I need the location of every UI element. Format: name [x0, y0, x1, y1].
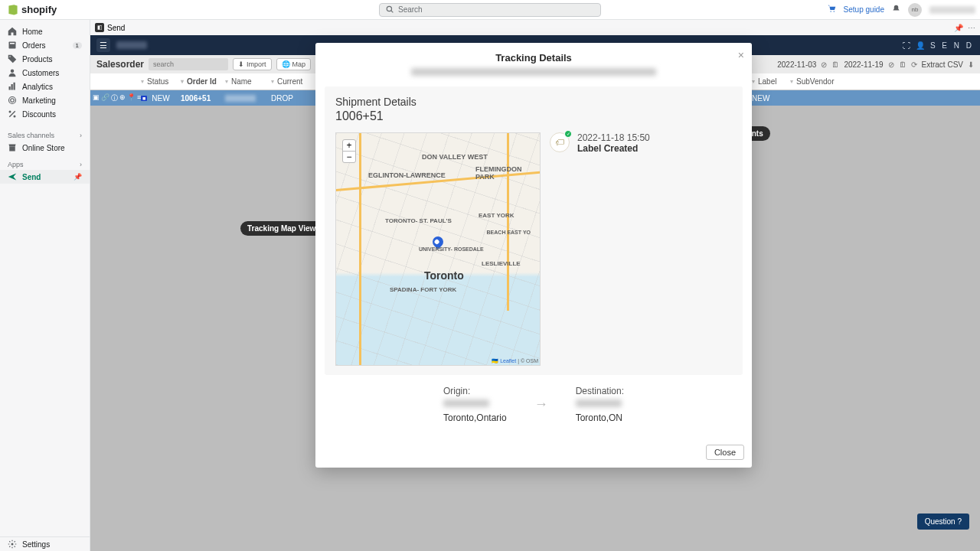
- sidebar-item-orders[interactable]: Orders1: [0, 38, 90, 52]
- store-name[interactable]: [929, 6, 975, 14]
- svg-rect-4: [9, 42, 16, 49]
- sidebar-item-home[interactable]: Home: [0, 24, 90, 38]
- sidebar-item-label: Online Store: [22, 144, 65, 152]
- sidebar-item-marketing[interactable]: Marketing: [0, 93, 90, 107]
- sidebar-section-apps: Apps›: [0, 155, 90, 170]
- svg-point-17: [11, 543, 14, 546]
- target-icon: [8, 96, 17, 105]
- global-search[interactable]: Search: [379, 3, 601, 17]
- tracking-map[interactable]: +− Toronto DON VALLEY WEST EGLINTON-LAWR…: [335, 132, 541, 366]
- check-icon: [564, 130, 572, 138]
- tag-icon: [8, 54, 17, 64]
- svg-point-14: [14, 116, 16, 118]
- sidebar: Home Orders1 Products Customers Analytic…: [0, 20, 90, 551]
- chevron-right-icon[interactable]: ›: [80, 161, 82, 168]
- map-city-label: Toronto: [424, 269, 464, 282]
- orders-icon: [8, 41, 17, 50]
- origin-block: Origin: Toronto,Ontario: [443, 386, 507, 423]
- percent-icon: [8, 109, 17, 119]
- sidebar-item-label: Home: [22, 28, 43, 36]
- modal-subtitle: [315, 65, 752, 79]
- search-placeholder: Search: [398, 5, 423, 14]
- sidebar-item-products[interactable]: Products: [0, 52, 90, 66]
- gear-icon: [8, 540, 17, 549]
- sidebar-item-label: Settings: [22, 540, 50, 549]
- zoom-out-button[interactable]: −: [343, 152, 355, 162]
- avatar[interactable]: nb: [908, 3, 922, 17]
- svg-rect-9: [11, 84, 13, 90]
- pin-icon[interactable]: 📌: [74, 173, 82, 181]
- svg-point-6: [9, 56, 11, 57]
- zoom-in-button[interactable]: +: [343, 140, 355, 152]
- question-button[interactable]: Question ?: [917, 514, 969, 530]
- close-button[interactable]: Close: [706, 445, 744, 460]
- chevron-right-icon[interactable]: ›: [80, 132, 82, 139]
- svg-line-1: [391, 10, 394, 12]
- sidebar-item-analytics[interactable]: Analytics: [0, 80, 90, 93]
- home-icon: [8, 27, 17, 36]
- setup-guide-link[interactable]: Setup guide: [844, 5, 884, 14]
- sidebar-item-label: Analytics: [22, 83, 53, 91]
- orders-badge: 1: [73, 42, 82, 49]
- shipment-id: 1006+51: [335, 109, 732, 123]
- sidebar-item-label: Products: [22, 55, 52, 64]
- tracking-events: 🏷 2022-11-18 15:50 Label Created: [550, 132, 732, 366]
- svg-point-12: [11, 99, 15, 103]
- sidebar-item-customers[interactable]: Customers: [0, 66, 90, 80]
- close-icon[interactable]: ×: [738, 49, 744, 61]
- svg-rect-5: [10, 43, 15, 44]
- modal-title: Tracking Details: [315, 43, 752, 65]
- tracking-modal: × Tracking Details Shipment Details 1006…: [315, 43, 752, 468]
- svg-rect-16: [9, 147, 15, 152]
- svg-point-7: [11, 70, 15, 73]
- send-icon: [8, 172, 17, 181]
- zoom-control[interactable]: +−: [342, 139, 356, 163]
- user-icon: [8, 68, 17, 77]
- arrow-right-icon: →: [534, 396, 548, 412]
- svg-point-2: [830, 11, 831, 11]
- cart-icon: [828, 5, 836, 15]
- sidebar-item-label: Customers: [22, 69, 59, 77]
- brand-name: shopify: [21, 4, 57, 15]
- map-attribution: 🇺🇦 Leaflet | © OSM: [492, 358, 538, 364]
- store-icon: [8, 143, 17, 152]
- sidebar-item-label: Marketing: [22, 96, 56, 105]
- svg-point-11: [9, 97, 16, 104]
- sidebar-item-label: Discounts: [22, 110, 56, 119]
- sidebar-item-settings[interactable]: Settings: [0, 537, 90, 551]
- svg-rect-10: [14, 83, 15, 90]
- svg-point-3: [833, 11, 834, 11]
- sidebar-item-send[interactable]: Send📌: [0, 170, 90, 184]
- sidebar-item-online-store[interactable]: Online Store: [0, 141, 90, 155]
- sidebar-item-discounts[interactable]: Discounts: [0, 107, 90, 121]
- sidebar-section-sales: Sales channels›: [0, 126, 90, 141]
- search-icon: [386, 5, 394, 15]
- sidebar-item-label: Send: [22, 173, 41, 181]
- logo-icon: [8, 5, 18, 15]
- chart-icon: [8, 82, 17, 91]
- event-label: Label Created: [577, 143, 650, 154]
- svg-point-0: [387, 6, 391, 11]
- svg-point-13: [9, 111, 11, 113]
- shipment-heading: Shipment Details: [335, 96, 732, 108]
- shopify-logo: shopify: [8, 4, 57, 15]
- destination-block: Destination: Toronto,ON: [576, 386, 624, 423]
- event-timestamp: 2022-11-18 15:50: [577, 132, 650, 143]
- svg-rect-8: [9, 86, 11, 90]
- bell-icon[interactable]: [892, 5, 900, 15]
- sidebar-item-label: Orders: [22, 41, 46, 50]
